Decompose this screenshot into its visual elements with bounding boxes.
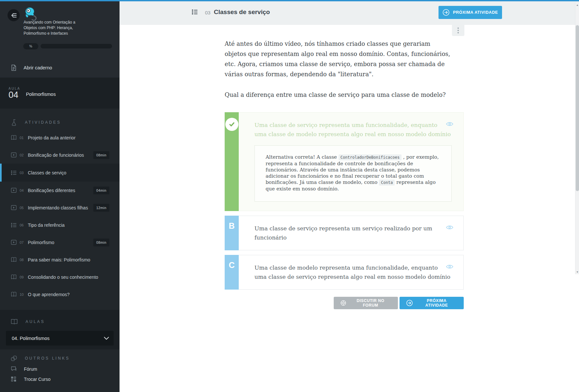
activity-number: 09 — [20, 275, 25, 279]
activity-label: O que aprendemos? — [28, 292, 70, 297]
sidebar-activity-item[interactable]: 02 Bonificação de funcionários 08min — [0, 146, 120, 164]
chevron-down-icon — [104, 337, 109, 340]
sidebar-activity-item[interactable]: 08 Para saber mais: Polimorfismo — [0, 251, 120, 268]
activity-number: 03 — [20, 171, 25, 175]
activity-duration-badge: 08min — [93, 239, 109, 246]
next-activity-button-top[interactable]: PRÓXIMA ATIVIDADE — [439, 6, 502, 19]
activity-number: 02 — [20, 153, 25, 157]
activity-label: Classes de serviço — [28, 170, 66, 175]
eye-icon[interactable] — [446, 224, 454, 230]
course-title[interactable]: Avançando com Orientação a Objetos com P… — [24, 20, 83, 36]
activities-section: ATIVIDADES 01 Projeto da aula anterior 0… — [0, 109, 120, 310]
other-links-list: Fórum Trocar Curso — [0, 364, 120, 384]
sidebar-activity-item[interactable]: 07 Polimorfismo 08min — [0, 234, 120, 251]
activity-header-bar: 03 Classes de serviço PRÓXIMA ATIVIDADE — [120, 1, 579, 25]
more-options-button[interactable] — [452, 25, 464, 36]
sidebar-link-trocar-curso[interactable]: Trocar Curso — [0, 374, 120, 384]
activity-label: Para saber mais: Polimorfismo — [28, 257, 90, 262]
next-activity-label: PRÓXIMA ATIVIDADE — [416, 298, 457, 308]
sidebar-activity-item[interactable]: 10 O que aprendemos? — [0, 286, 120, 303]
scrollbar-down-arrow[interactable]: ▼ — [575, 270, 579, 274]
answer-option-c[interactable]: C Uma classe de modelo representa uma fu… — [225, 255, 464, 290]
chain-link-icon — [11, 355, 17, 362]
progress-percent-badge: % — [23, 43, 38, 49]
book-icon — [11, 274, 17, 280]
book-icon — [11, 135, 17, 140]
other-links-header-label: OUTROS LINKS — [25, 356, 70, 361]
eye-icon[interactable] — [446, 264, 454, 270]
answer-option-a[interactable]: Uma classe de serviço representa uma fun… — [225, 112, 464, 211]
option-text: Uma classe de serviço representa uma fun… — [254, 120, 451, 139]
option-body: Uma classe de serviço representa uma fun… — [239, 112, 464, 211]
list-icon — [11, 170, 17, 175]
list-icon — [191, 9, 198, 15]
lessons-section: AULAS 04. Polimorfismos — [0, 310, 120, 349]
sidebar-link-label: Fórum — [24, 366, 37, 372]
activity-label: Tipo da referência — [28, 223, 65, 228]
activity-label: Implementando classes filhas — [28, 205, 88, 210]
course-progress-bar — [41, 44, 112, 48]
open-notebook-button[interactable]: Abrir caderno — [0, 60, 120, 75]
question-content: Até antes do último vídeo, nós tínhamos … — [225, 39, 464, 309]
question-intro: Até antes do último vídeo, nós tínhamos … — [225, 39, 451, 79]
sidebar-activity-item[interactable]: 06 Tipo da referência — [0, 216, 120, 234]
sidebar-activity-item[interactable]: 04 Bonificações diferentes 04min — [0, 182, 120, 199]
flask-icon — [11, 119, 17, 126]
activity-label: Projeto da aula anterior — [28, 135, 76, 140]
activity-number: 01 — [20, 136, 25, 140]
activities-header-label: ATIVIDADES — [25, 120, 61, 125]
activity-title: Classes de serviço — [214, 9, 270, 16]
open-notebook-label: Abrir caderno — [24, 65, 52, 70]
activity-duration-badge: 12min — [93, 204, 109, 212]
option-body: Uma classe de serviço representa um serv… — [239, 216, 464, 250]
activity-label: Consolidando o seu conhecimento — [28, 275, 98, 280]
collapse-sidebar-button[interactable] — [8, 9, 20, 21]
activities-section-header: ATIVIDADES — [0, 116, 120, 129]
current-lesson-banner[interactable]: AULA 04 Polimorfismos — [0, 78, 120, 109]
sidebar-activity-item[interactable]: 01 Projeto da aula anterior — [0, 129, 120, 146]
activities-list: 01 Projeto da aula anterior 02 Bonificaç… — [0, 129, 120, 303]
video-icon — [11, 205, 17, 210]
forum-lifebuoy-icon — [340, 300, 346, 306]
lesson-select-dropdown[interactable]: 04. Polimorfismos — [6, 331, 114, 346]
answer-feedback: Alternativa correta! A classe Controlado… — [254, 145, 452, 202]
activity-number: 10 — [20, 293, 25, 296]
sidebar-activity-item-active[interactable]: 03 Classes de serviço — [0, 164, 120, 182]
activity-duration-badge: 04min — [93, 187, 109, 194]
activity-label: Bonificação de funcionários — [28, 152, 84, 158]
lesson-number: 04 — [9, 90, 20, 99]
lesson-select-value: 04. Polimorfismos — [12, 336, 49, 341]
book-icon — [11, 257, 17, 262]
activity-number: 04 — [20, 188, 25, 192]
option-letter: C — [225, 255, 239, 290]
other-links-header: OUTROS LINKS — [0, 353, 120, 364]
sidebar-activity-item[interactable]: 05 Implementando classes filhas 12min — [0, 199, 120, 216]
sidebar-course-header: Avançando com Orientação a Objetos com P… — [0, 1, 120, 78]
scrollbar-up-arrow[interactable]: ▲ — [575, 3, 579, 7]
next-activity-button-bottom[interactable]: PRÓXIMA ATIVIDADE — [400, 297, 464, 309]
arrow-right-circle-icon — [406, 299, 413, 307]
activity-number: 08 — [20, 258, 25, 262]
course-sidebar: Avançando com Orientação a Objetos com P… — [0, 1, 120, 392]
option-text: Uma classe de serviço representa um serv… — [254, 224, 451, 242]
options-list: Uma classe de serviço representa uma fun… — [225, 112, 464, 290]
document-icon — [11, 64, 17, 71]
scrollbar[interactable]: ▲ ▼ — [575, 3, 579, 274]
top-accent-bar — [0, 0, 579, 1]
open-book-icon — [11, 319, 18, 325]
footer-buttons: DISCUTIR NO FORUM PRÓXIMA ATIVIDADE — [225, 297, 464, 309]
lessons-section-header: AULAS — [0, 315, 120, 328]
option-letter: B — [225, 216, 239, 250]
eye-icon[interactable] — [446, 121, 454, 127]
book-icon — [11, 292, 17, 297]
sidebar-activity-item[interactable]: 09 Consolidando o seu conhecimento — [0, 268, 120, 286]
main-area: 03 Classes de serviço PRÓXIMA ATIVIDADE … — [120, 1, 579, 392]
activity-number: 06 — [20, 223, 25, 227]
grid-icon — [11, 376, 17, 382]
discuss-forum-button[interactable]: DISCUTIR NO FORUM — [334, 297, 398, 309]
sidebar-link-fórum[interactable]: Fórum — [0, 364, 120, 374]
lesson-title: Polimorfismos — [26, 92, 56, 97]
answer-option-b[interactable]: B Uma classe de serviço representa um se… — [225, 216, 464, 250]
scrollbar-thumb[interactable] — [576, 25, 579, 191]
next-activity-label: PRÓXIMA ATIVIDADE — [453, 10, 498, 15]
